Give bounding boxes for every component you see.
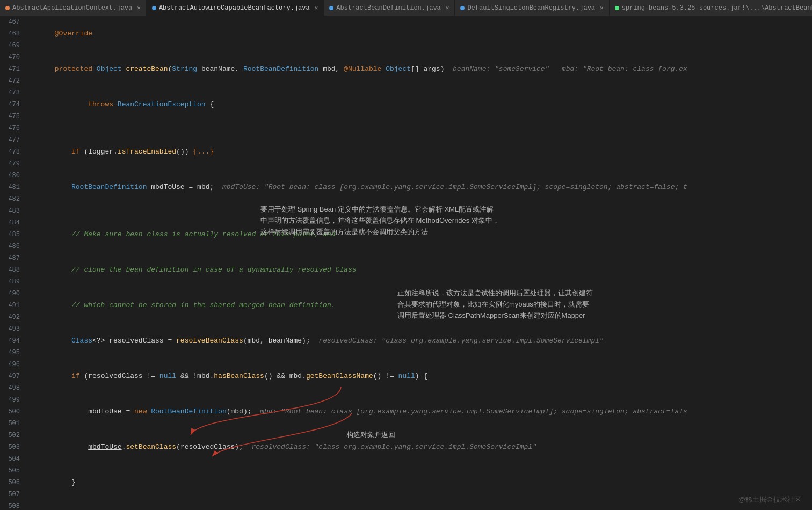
- code-line: [30, 122, 812, 134]
- code-line: }: [30, 465, 812, 500]
- code-line: [30, 205, 812, 217]
- tab-spring-beans-sources[interactable]: spring-beans-5.3.25-sources.jar!\...\Abs…: [610, 0, 812, 16]
- tab-default-singleton-bean-registry[interactable]: DefaultSingletonBeanRegistry.java ✕: [455, 0, 609, 16]
- code-line: throws BeanCreationException {: [30, 87, 812, 122]
- code-line: // which cannot be stored in the shared …: [30, 288, 812, 323]
- code-line: Class<?> resolvedClass = resolveBeanClas…: [30, 323, 812, 359]
- tab-label: AbstractBeanDefinition.java: [336, 4, 440, 12]
- watermark: @稀土掘金技术社区: [738, 495, 801, 505]
- tab-label: spring-beans-5.3.25-sources.jar!\...\Abs…: [622, 4, 812, 12]
- tab-bar: AbstractApplicationContext.java ✕ Abstra…: [0, 0, 812, 16]
- tab-abstract-application-context[interactable]: AbstractApplicationContext.java ✕: [0, 0, 147, 16]
- code-line: if (logger.isTraceEnabled()) {...}: [30, 134, 812, 170]
- code-line: protected Object createBean(String beanN…: [30, 52, 812, 87]
- tab-abstract-bean-definition[interactable]: AbstractBeanDefinition.java ✕: [324, 0, 455, 16]
- code-line: // clone the bean definition in case of …: [30, 252, 812, 288]
- code-line: @Override: [30, 16, 812, 52]
- tab-close-icon[interactable]: ✕: [600, 4, 604, 11]
- tab-dot: [5, 6, 10, 10]
- tab-close-icon[interactable]: ✕: [315, 4, 318, 11]
- editor: 467 468 469 470 471 472 473 474 475 476 …: [0, 16, 812, 510]
- tab-close-icon[interactable]: ✕: [446, 4, 450, 11]
- tab-abstract-autowire-capable-bean-factory[interactable]: AbstractAutowireCapableBeanFactory.java …: [147, 0, 324, 16]
- tab-label: DefaultSingletonBeanRegistry.java: [467, 4, 595, 12]
- code-line: RootBeanDefinition mbdToUse = mbd; mbdTo…: [30, 170, 812, 205]
- tab-dot: [152, 6, 156, 10]
- tab-label: AbstractAutowireCapableBeanFactory.java: [159, 4, 310, 12]
- code-line: [30, 500, 812, 510]
- tab-dot: [460, 6, 465, 10]
- code-line: mbdToUse.setBeanClass(resolvedClass); re…: [30, 429, 812, 465]
- tab-dot: [615, 6, 619, 10]
- code-line: if (resolvedClass != null && !mbd.hasBea…: [30, 359, 812, 394]
- tab-close-icon[interactable]: ✕: [137, 4, 141, 11]
- line-numbers: 467 468 469 470 471 472 473 474 475 476 …: [0, 16, 24, 510]
- code-line: mbdToUse = new RootBeanDefinition(mbd); …: [30, 394, 812, 429]
- tab-dot: [329, 6, 334, 10]
- code-area[interactable]: @Override protected Object createBean(St…: [24, 16, 812, 510]
- code-line: // Make sure bean class is actually reso…: [30, 217, 812, 252]
- tab-label: AbstractApplicationContext.java: [12, 4, 132, 12]
